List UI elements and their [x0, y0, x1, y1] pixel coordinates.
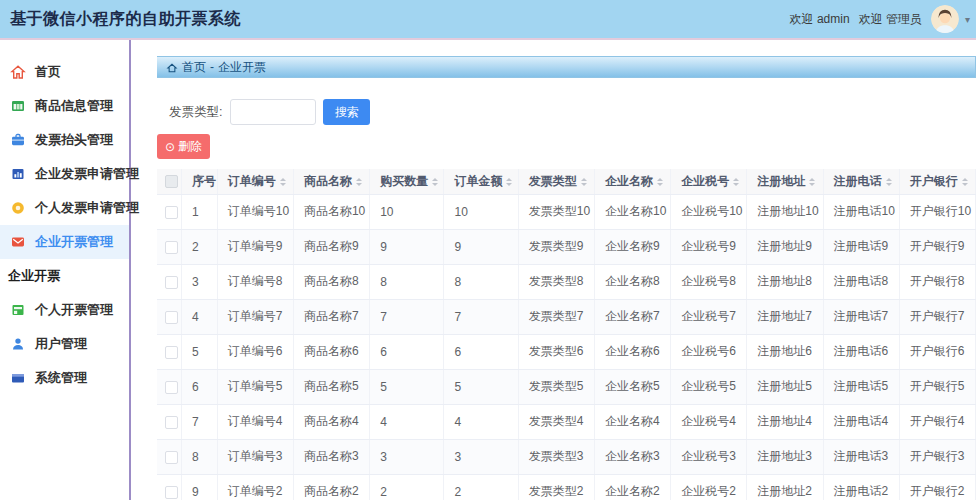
- table-cell: 注册电话2: [823, 474, 899, 500]
- column-header-10[interactable]: 开户银行: [899, 169, 975, 194]
- sort-caret-icon[interactable]: [962, 175, 968, 189]
- user-icon: [10, 336, 26, 352]
- row-select-cell: [157, 474, 181, 500]
- column-header-7[interactable]: 企业税号: [671, 169, 747, 194]
- sort-caret-icon[interactable]: [657, 175, 663, 189]
- column-header-5[interactable]: 发票类型: [518, 169, 594, 194]
- table-cell: 8: [370, 264, 444, 299]
- sidebar-item-8[interactable]: 用户管理: [0, 327, 129, 361]
- table-cell: 1: [181, 194, 217, 229]
- table-cell: 8: [444, 264, 518, 299]
- table-cell: 企业名称7: [594, 299, 670, 334]
- table-cell: 4: [444, 404, 518, 439]
- sidebar-item-3[interactable]: 企业发票申请管理: [0, 157, 129, 191]
- table-cell: 注册地址8: [747, 264, 823, 299]
- sidebar-item-5[interactable]: 企业开票管理: [0, 225, 129, 259]
- row-select-cell: [157, 264, 181, 299]
- table-cell: 发票类型2: [518, 474, 594, 500]
- table-cell: 订单编号9: [217, 229, 293, 264]
- table-cell: 8: [181, 439, 217, 474]
- table-cell: 企业名称10: [594, 194, 670, 229]
- sidebar-item-0[interactable]: 首页: [0, 55, 129, 89]
- table-cell: 企业名称8: [594, 264, 670, 299]
- table-cell: 4: [370, 404, 444, 439]
- table-row: 3订单编号8商品名称888发票类型8企业名称8企业税号8注册地址8注册电话8开户…: [157, 264, 976, 299]
- table-cell: 发票类型7: [518, 299, 594, 334]
- top-header: 基于微信小程序的自助开票系统 欢迎 admin 欢迎 管理员 ▾: [0, 0, 976, 40]
- column-header-1[interactable]: 订单编号: [217, 169, 293, 194]
- row-checkbox[interactable]: [165, 486, 178, 499]
- column-header-2[interactable]: 商品名称: [293, 169, 369, 194]
- table-row: 9订单编号2商品名称222发票类型2企业名称2企业税号2注册地址2注册电话2开户…: [157, 474, 976, 500]
- row-checkbox[interactable]: [165, 346, 178, 359]
- sort-caret-icon[interactable]: [733, 175, 739, 189]
- table-cell: 订单编号2: [217, 474, 293, 500]
- column-header-4[interactable]: 订单金额: [444, 169, 518, 194]
- delete-circle-icon: ⊙: [165, 141, 175, 153]
- column-header-3[interactable]: 购买数量: [370, 169, 444, 194]
- table-cell: 3: [370, 439, 444, 474]
- table-cell: 注册电话4: [823, 404, 899, 439]
- row-checkbox[interactable]: [165, 276, 178, 289]
- sort-caret-icon[interactable]: [356, 175, 362, 189]
- sidebar-item-label: 用户管理: [35, 335, 87, 353]
- table-cell: 9: [370, 229, 444, 264]
- table-cell: 注册电话3: [823, 439, 899, 474]
- sort-caret-icon[interactable]: [886, 175, 892, 189]
- table-cell: 商品名称8: [293, 264, 369, 299]
- bar-chart-icon: [10, 166, 26, 182]
- table-cell: 9: [181, 474, 217, 500]
- sidebar-item-4[interactable]: 个人发票申请管理: [0, 191, 129, 225]
- column-header-6[interactable]: 企业名称: [594, 169, 670, 194]
- column-header-label: 序号: [192, 174, 216, 188]
- table-cell: 6: [444, 334, 518, 369]
- table-cell: 4: [181, 299, 217, 334]
- sidebar-item-2[interactable]: 发票抬头管理: [0, 123, 129, 157]
- table-cell: 订单编号10: [217, 194, 293, 229]
- table-cell: 10: [370, 194, 444, 229]
- row-checkbox[interactable]: [165, 381, 178, 394]
- sidebar-item-7[interactable]: 个人开票管理: [0, 293, 129, 327]
- table-cell: 订单编号4: [217, 404, 293, 439]
- table-cell: 注册电话5: [823, 369, 899, 404]
- breadcrumb-home[interactable]: 首页: [182, 59, 206, 76]
- sort-caret-icon[interactable]: [581, 175, 587, 189]
- sidebar-item-label: 个人开票管理: [35, 301, 113, 319]
- row-checkbox[interactable]: [165, 206, 178, 219]
- column-header-9[interactable]: 注册电话: [823, 169, 899, 194]
- table-cell: 5: [181, 334, 217, 369]
- sort-caret-icon[interactable]: [506, 175, 512, 189]
- invoice-type-input[interactable]: [230, 99, 316, 125]
- search-button[interactable]: 搜索: [323, 99, 370, 125]
- sort-caret-icon[interactable]: [280, 175, 286, 189]
- table-cell: 企业税号8: [671, 264, 747, 299]
- column-header-8[interactable]: 注册地址: [747, 169, 823, 194]
- sidebar-item-1[interactable]: 商品信息管理: [0, 89, 129, 123]
- avatar[interactable]: [931, 5, 959, 33]
- select-all-checkbox[interactable]: [165, 175, 178, 188]
- table-row: 7订单编号4商品名称444发票类型4企业名称4企业税号4注册地址4注册电话4开户…: [157, 404, 976, 439]
- column-header-label: 注册地址: [757, 174, 805, 188]
- column-header-label: 订单编号: [228, 174, 276, 188]
- delete-button[interactable]: ⊙ 删除: [157, 134, 210, 159]
- breadcrumb: 首页 - 企业开票: [157, 56, 976, 78]
- row-select-cell: [157, 439, 181, 474]
- table-cell: 订单编号3: [217, 439, 293, 474]
- table-cell: 开户银行3: [899, 439, 975, 474]
- storefront-icon: [10, 302, 26, 318]
- row-checkbox[interactable]: [165, 241, 178, 254]
- sort-caret-icon[interactable]: [432, 175, 438, 189]
- sidebar-item-9[interactable]: 系统管理: [0, 361, 129, 395]
- row-checkbox[interactable]: [165, 451, 178, 464]
- sort-caret-icon[interactable]: [809, 175, 815, 189]
- table-cell: 注册地址10: [747, 194, 823, 229]
- table-cell: 注册电话9: [823, 229, 899, 264]
- sidebar: 首页商品信息管理发票抬头管理企业发票申请管理个人发票申请管理企业开票管理企业开票…: [0, 40, 131, 500]
- row-checkbox[interactable]: [165, 311, 178, 324]
- row-select-cell: [157, 299, 181, 334]
- table-cell: 企业名称6: [594, 334, 670, 369]
- table-cell: 5: [370, 369, 444, 404]
- row-checkbox[interactable]: [165, 416, 178, 429]
- table-cell: 注册地址3: [747, 439, 823, 474]
- chevron-down-icon[interactable]: ▾: [965, 14, 970, 25]
